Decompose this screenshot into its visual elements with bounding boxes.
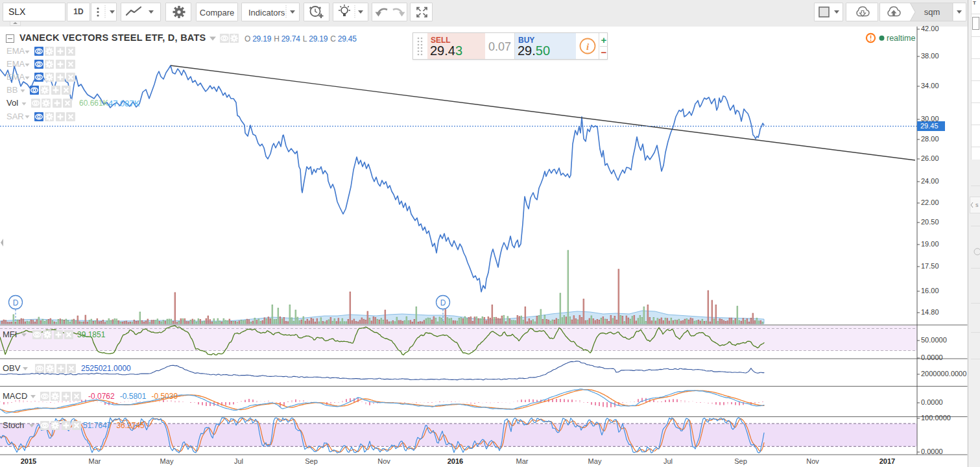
svg-text:sqm: sqm bbox=[924, 7, 940, 17]
svg-text:D: D bbox=[13, 298, 19, 307]
svg-text:s: s bbox=[975, 202, 979, 208]
svg-text:i: i bbox=[586, 42, 590, 52]
svg-text:D: D bbox=[440, 298, 446, 307]
